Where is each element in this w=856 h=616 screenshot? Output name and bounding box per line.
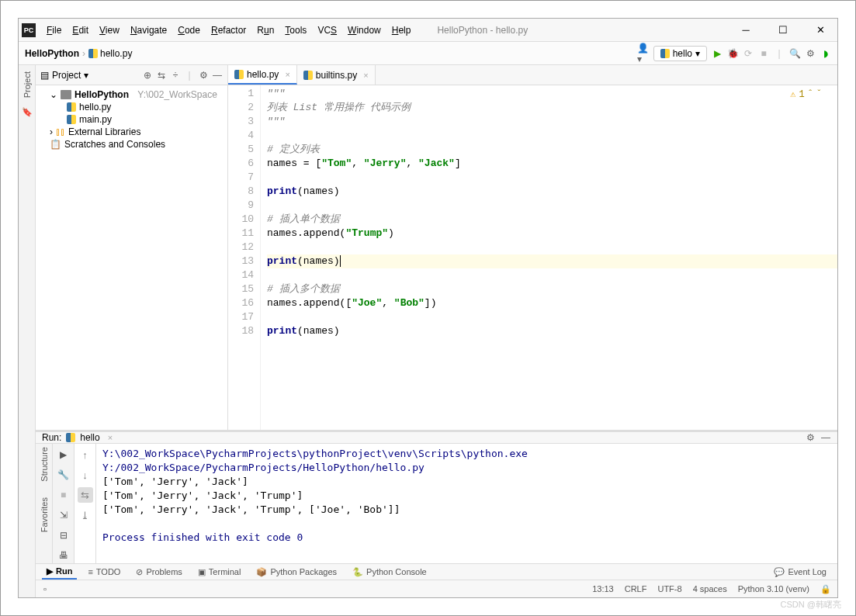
tree-file-main[interactable]: main.py <box>36 113 227 126</box>
run-with-coverage-button[interactable]: ⟳ <box>743 48 754 59</box>
exit-icon[interactable]: ⇲ <box>56 507 71 523</box>
run-tool-window: Run: hello × ⚙ — Structure Favorites ▶ <box>36 431 837 563</box>
down-arrow-icon[interactable]: ↓ <box>78 467 93 483</box>
menu-tools[interactable]: Tools <box>280 23 311 37</box>
run-button[interactable]: ▶ <box>712 48 723 59</box>
status-position[interactable]: 13:13 <box>592 584 614 594</box>
menu-run[interactable]: Run <box>252 23 279 37</box>
tree-external-libs[interactable]: ›⫿⫿External Libraries <box>36 126 227 138</box>
gear-icon[interactable]: ⚙ <box>805 432 816 443</box>
run-config-selector[interactable]: hello ▾ <box>653 46 707 61</box>
menu-edit[interactable]: Edit <box>68 23 93 37</box>
sidebar-tab-structure[interactable]: Structure <box>40 447 49 482</box>
menu-view[interactable]: View <box>95 23 124 37</box>
close-icon[interactable]: × <box>363 71 368 80</box>
run-header-title: Run: <box>42 432 61 443</box>
status-indent[interactable]: 4 spaces <box>693 584 727 594</box>
divider: | <box>184 70 195 81</box>
tab-builtins[interactable]: builtins.py× <box>297 65 376 85</box>
inspection-widget[interactable]: ⚠1ˆˇ <box>790 88 822 100</box>
gutter: 123456789101112131415161718 <box>228 85 261 430</box>
debug-button[interactable]: 🐞 <box>727 48 738 59</box>
run-toolbar: ▶ 🔧 ■ ⇲ ⊟ 🖶 🗑 <box>53 444 75 583</box>
menu-navigate[interactable]: Navigate <box>126 23 172 37</box>
console-output[interactable]: Y:\002_WorkSpace\PycharmProjects\pythonP… <box>96 444 837 583</box>
gear-icon[interactable]: ⚙ <box>198 70 209 81</box>
chevron-down-icon: ⌄ <box>50 89 57 100</box>
sidebar-tab-favorites[interactable]: Favorites <box>40 497 49 532</box>
stop-button[interactable]: ■ <box>758 48 769 59</box>
tab-terminal[interactable]: ▣ Terminal <box>193 566 246 579</box>
close-button[interactable]: ✕ <box>806 21 834 40</box>
close-icon[interactable]: × <box>108 433 113 442</box>
print-icon[interactable]: 🖶 <box>56 548 71 563</box>
app-logo: PC <box>22 23 36 37</box>
tab-todo[interactable]: ≡ TODO <box>83 566 125 578</box>
tab-python-console[interactable]: 🐍 Python Console <box>348 566 431 579</box>
wrench-icon[interactable]: 🔧 <box>56 467 71 483</box>
tab-run[interactable]: ▶ Run <box>42 565 77 580</box>
settings-icon[interactable]: ⚙ <box>805 48 816 59</box>
status-interpreter[interactable]: Python 3.10 (venv) <box>738 584 809 594</box>
stop-button[interactable]: ■ <box>56 487 71 503</box>
editor-body[interactable]: 123456789101112131415161718 ⚠1ˆˇ """列表 L… <box>228 85 837 430</box>
menu-refactor[interactable]: Refactor <box>206 23 251 37</box>
statusbar-icon[interactable]: ▫ <box>43 584 47 594</box>
menu-file[interactable]: File <box>42 23 66 37</box>
close-icon[interactable]: × <box>285 70 289 79</box>
project-tree: ⌄ HelloPython Y:\002_WorkSpace hello.py … <box>36 85 227 430</box>
menu-vcs[interactable]: VCS <box>313 23 341 37</box>
lock-icon[interactable]: 🔒 <box>820 584 831 594</box>
menu-window[interactable]: Window <box>343 23 386 37</box>
hide-panel-icon[interactable]: — <box>212 70 223 81</box>
tree-root[interactable]: ⌄ HelloPython Y:\002_WorkSpace <box>36 88 227 101</box>
tab-hello[interactable]: hello.py× <box>228 65 297 85</box>
watermark: CSDN @韩曙亮 <box>781 599 841 611</box>
tab-python-packages[interactable]: 📦 Python Packages <box>251 566 341 579</box>
tab-problems[interactable]: ⊘ Problems <box>131 566 186 579</box>
scroll-to-end-icon[interactable]: ⤓ <box>78 507 93 523</box>
ide-features-icon[interactable]: ◗ <box>820 48 831 59</box>
code-content[interactable]: ⚠1ˆˇ """列表 List 常用操作 代码示例"""# 定义列表names … <box>261 85 837 430</box>
soft-wrap-icon[interactable]: ⇆ <box>78 487 93 503</box>
status-encoding[interactable]: UTF-8 <box>657 584 681 594</box>
target-icon[interactable]: ⊕ <box>142 70 153 81</box>
search-icon[interactable]: 🔍 <box>789 48 800 59</box>
layout-icon[interactable]: ⊟ <box>56 528 71 543</box>
user-icon[interactable]: 👤▾ <box>638 48 649 59</box>
left-tool-stripe: Project 🔖 <box>19 65 36 597</box>
collapse-all-icon[interactable]: ÷ <box>170 70 181 81</box>
titlebar: PC File Edit View Navigate Code Refactor… <box>19 19 837 42</box>
python-icon <box>303 71 313 80</box>
menu-help[interactable]: Help <box>387 23 416 37</box>
breadcrumb-file[interactable]: hello.py <box>88 48 132 59</box>
menu-code[interactable]: Code <box>173 23 205 37</box>
bookmark-icon[interactable]: 🔖 <box>22 107 33 117</box>
run-tab-label[interactable]: hello <box>80 432 99 443</box>
minimize-button[interactable]: ─ <box>732 21 760 40</box>
up-arrow-icon[interactable]: ↑ <box>78 447 93 462</box>
event-log-button[interactable]: 💬 Event Log <box>769 566 831 579</box>
project-panel-title[interactable]: Project <box>52 70 81 81</box>
python-icon <box>88 49 98 58</box>
chevron-right-icon: › <box>82 48 85 59</box>
hide-panel-icon[interactable]: — <box>820 432 831 443</box>
main-menu: File Edit View Navigate Code Refactor Ru… <box>42 23 415 37</box>
statusbar: ▫ 13:13 CRLF UTF-8 4 spaces Python 3.10 … <box>36 580 837 597</box>
status-line-ending[interactable]: CRLF <box>625 584 647 594</box>
breadcrumb-project[interactable]: HelloPython <box>25 48 79 59</box>
sidebar-tab-project[interactable]: Project <box>23 70 32 99</box>
maximize-button[interactable]: ☐ <box>769 21 797 40</box>
python-icon <box>67 115 76 124</box>
tree-file-hello[interactable]: hello.py <box>36 101 227 113</box>
editor-tabs: hello.py× builtins.py× <box>228 65 837 85</box>
chevron-down-icon[interactable]: ˇ <box>816 89 822 100</box>
chevron-down-icon[interactable]: ▾ <box>84 70 88 81</box>
project-panel: ▤ Project ▾ ⊕ ⇆ ÷ | ⚙ — ⌄ <box>36 65 228 430</box>
chevron-up-icon[interactable]: ˆ <box>808 89 813 100</box>
tree-scratches[interactable]: 📋Scratches and Consoles <box>36 138 227 151</box>
python-icon <box>234 70 244 79</box>
chevron-right-icon: › <box>50 126 53 137</box>
expand-all-icon[interactable]: ⇆ <box>156 70 167 81</box>
rerun-button[interactable]: ▶ <box>56 447 71 462</box>
